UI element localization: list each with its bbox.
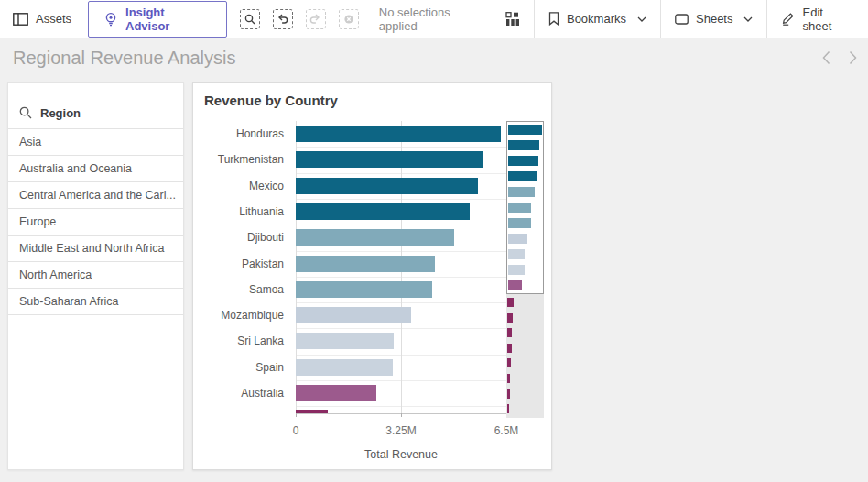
minimap-bar (508, 140, 539, 150)
selections-status: No selections applied (379, 5, 492, 33)
category-label: Mozambique (193, 302, 284, 328)
step-forward-icon[interactable] (306, 9, 326, 29)
assets-label: Assets (36, 12, 71, 26)
chart-title: Revenue by Country (204, 93, 338, 108)
assets-panel-icon (13, 13, 28, 26)
toolbar-right: Bookmarks Sheets Edit sheet (492, 0, 868, 38)
sheets-label: Sheets (696, 12, 732, 26)
listbox-item[interactable]: Asia (8, 128, 183, 155)
category-label: Australia (193, 380, 284, 406)
category-label: Djibouti (193, 225, 284, 250)
bookmarks-button[interactable]: Bookmarks (534, 0, 660, 38)
bar-djibouti[interactable] (296, 229, 454, 246)
listbox-item[interactable]: Europe (8, 208, 183, 235)
listbox-title: Region (40, 106, 81, 120)
bookmarks-label: Bookmarks (567, 12, 626, 26)
x-tick-mark (401, 413, 402, 417)
listbox-item[interactable]: Central America and the Cari... (8, 181, 183, 208)
minimap-bar (508, 156, 538, 166)
bar-mozambique[interactable] (296, 307, 411, 323)
pencil-icon (781, 12, 795, 26)
plot-area (296, 121, 506, 413)
category-label: Samoa (193, 277, 284, 302)
previous-sheet-icon[interactable] (822, 50, 830, 65)
clear-selections-icon[interactable] (339, 9, 359, 29)
minimap-bar (508, 249, 525, 259)
listbox-header[interactable]: Region (8, 83, 183, 126)
minimap-hidden-bar (507, 374, 510, 383)
minimap-viewport[interactable] (506, 121, 544, 294)
next-sheet-icon[interactable] (849, 50, 857, 65)
grid-icon (505, 12, 520, 26)
x-axis-title: Total Revenue (296, 448, 506, 461)
minimap-hidden-bar (507, 358, 511, 367)
category-label: Pakistan (193, 251, 284, 277)
insight-advisor-label: Insight Advisor (125, 5, 212, 33)
category-label: Mexico (193, 173, 284, 199)
listbox-item[interactable]: Sub-Saharan Africa (8, 288, 183, 315)
listbox-item[interactable]: North America (8, 261, 183, 288)
minimap-hidden-bar (507, 328, 512, 337)
minimap-hidden-bar (507, 313, 513, 323)
top-toolbar: Assets Insight Advisor No selections app… (0, 0, 868, 38)
bar-australia[interactable] (296, 385, 376, 401)
chart-scrollbar-minimap[interactable] (506, 121, 544, 418)
bookmark-icon (548, 12, 559, 26)
minimap-bar (508, 234, 527, 244)
x-tick-label: 6.5M (494, 424, 519, 437)
region-listbox: Region AsiaAustralia and OceaniaCentral … (7, 82, 184, 470)
revenue-by-country-chart: Revenue by Country HondurasTurkmenistanM… (192, 82, 552, 470)
bar-turkmenistan[interactable] (296, 151, 483, 168)
bar-sri-lanka[interactable] (296, 333, 394, 349)
sheets-button[interactable]: Sheets (660, 0, 766, 38)
minimap-hidden-bar (507, 298, 514, 307)
sheet-title: Regional Revenue Analysis (0, 48, 236, 69)
minimap-hidden-bar (507, 404, 509, 413)
minimap-hidden-bar (507, 389, 510, 399)
bar-samoa[interactable] (296, 281, 432, 298)
assets-button[interactable]: Assets (0, 0, 88, 38)
minimap-bar (508, 265, 525, 275)
chevron-down-icon (743, 16, 753, 22)
minimap-bar (508, 280, 522, 290)
sheet-header: Regional Revenue Analysis (0, 38, 868, 77)
insight-advisor-button[interactable]: Insight Advisor (88, 1, 227, 38)
app-window: Assets Insight Advisor No selections app… (0, 0, 868, 482)
minimap-bar (508, 218, 531, 228)
category-label: Spain (193, 355, 284, 380)
category-label: Turkmenistan (193, 147, 284, 172)
step-back-icon[interactable] (273, 9, 293, 29)
region-listbox-items: AsiaAustralia and OceaniaCentral America… (8, 128, 183, 315)
category-label: Lithuania (193, 199, 284, 225)
selection-tools (240, 9, 359, 29)
sheet-navigation (822, 38, 857, 77)
bar-mexico[interactable] (296, 178, 478, 194)
category-label: Honduras (193, 121, 284, 147)
listbox-item[interactable]: Australia and Oceania (8, 155, 183, 181)
bar-spain[interactable] (296, 359, 393, 376)
bar-pakistan[interactable] (296, 256, 435, 272)
sheet-icon (675, 13, 689, 26)
app-overview-button[interactable] (492, 0, 534, 38)
minimap-bar (508, 125, 542, 135)
minimap-hidden-bar (507, 344, 512, 353)
listbox-item[interactable]: Middle East and North Africa (8, 235, 183, 261)
minimap-bar (508, 171, 537, 181)
search-icon (19, 106, 32, 119)
minimap-track[interactable] (506, 294, 544, 418)
chevron-down-icon (637, 16, 646, 22)
bar-honduras[interactable] (296, 126, 501, 142)
minimap-bar (508, 203, 531, 213)
category-label: Sri Lanka (193, 328, 284, 354)
bar-lithuania[interactable] (296, 203, 470, 220)
minimap-bar (508, 187, 535, 197)
edit-sheet-button[interactable]: Edit sheet (766, 0, 868, 38)
x-tick-label: 0 (293, 424, 299, 437)
lightbulb-icon (103, 12, 118, 27)
selections-tool-icon[interactable] (240, 9, 260, 29)
x-tick-mark (296, 413, 297, 417)
x-tick-label: 3.25M (385, 424, 416, 437)
edit-sheet-label: Edit sheet (802, 5, 854, 33)
